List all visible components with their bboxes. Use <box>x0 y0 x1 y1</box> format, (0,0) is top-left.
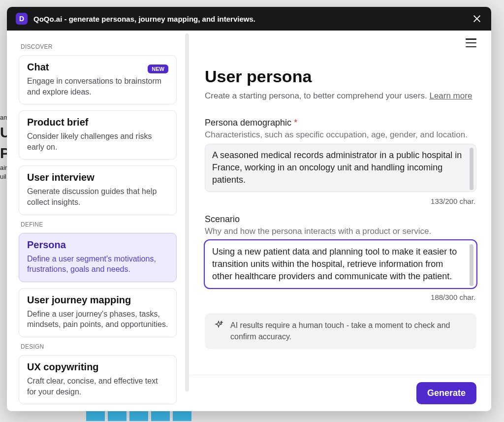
scenario-char-counter: 188/300 char. <box>205 293 475 301</box>
section-label-design: DESIGN <box>21 343 175 350</box>
subtitle-text: Create a starting persona, to better com… <box>205 91 429 100</box>
textarea-scrollbar[interactable] <box>470 244 473 287</box>
sidebar-item-ux-copywriting[interactable]: UX copywriting Craft clear, concise, and… <box>19 355 177 404</box>
learn-more-link[interactable]: Learn more <box>429 91 472 100</box>
page-subtitle: Create a starting persona, to better com… <box>205 91 476 101</box>
sidebar-item-desc: Engage in conversations to brainstorm an… <box>27 76 168 97</box>
sidebar-item-desc: Define a user segment's motivations, fru… <box>27 254 168 275</box>
notice-text: AI results require a human touch - take … <box>230 320 468 342</box>
generate-button[interactable]: Generate <box>416 382 476 404</box>
scenario-label: Scenario <box>205 214 476 225</box>
new-badge: NEW <box>148 65 168 73</box>
demographic-input[interactable] <box>205 144 476 192</box>
hamburger-icon[interactable] <box>466 38 476 47</box>
sidebar-item-title: User interview <box>27 172 168 183</box>
sidebar-item-chat[interactable]: Chat NEW Engage in conversations to brai… <box>19 55 177 104</box>
sidebar-item-title: Product brief <box>27 117 168 128</box>
sidebar-item-title: Persona <box>27 239 168 251</box>
main-pane: User persona Create a starting persona, … <box>190 31 491 411</box>
modal-title: QoQo.ai - generate personas, journey map… <box>33 15 466 23</box>
demographic-help: Characteristics, such as specific occupa… <box>205 130 476 140</box>
close-icon[interactable] <box>472 13 482 24</box>
page-title: User persona <box>205 67 476 86</box>
footer-bar: Generate <box>190 375 491 411</box>
ai-notice: AI results require a human touch - take … <box>205 313 476 349</box>
sidebar-item-title: UX copywriting <box>27 361 168 373</box>
modal-body: DISCOVER Chat NEW Engage in conversation… <box>7 31 491 411</box>
textarea-scrollbar[interactable] <box>470 148 473 190</box>
sparkle-icon <box>214 320 223 330</box>
sidebar-item-product-brief[interactable]: Product brief Consider likely challenges… <box>19 110 177 160</box>
pane-divider-scroll[interactable] <box>184 31 190 411</box>
sidebar-item-title: Chat <box>27 62 49 73</box>
sidebar-item-desc: Define a user journey's phases, tasks, m… <box>27 309 168 330</box>
sidebar-item-persona[interactable]: Persona Define a user segment's motivati… <box>19 233 177 282</box>
required-asterisk: * <box>294 118 297 128</box>
section-label-discover: DISCOVER <box>21 43 175 50</box>
sidebar-item-desc: Consider likely challenges and risks ear… <box>27 131 168 152</box>
sidebar-item-user-interview[interactable]: User interview Generate discussion guide… <box>19 165 177 215</box>
scenario-help: Why and how the persona interacts with a… <box>205 227 476 236</box>
sidebar-item-title: User journey mapping <box>27 294 168 306</box>
demographic-label: Persona demographic * <box>205 118 476 128</box>
sidebar-item-desc: Craft clear, concise, and effective text… <box>27 376 168 397</box>
scenario-input[interactable] <box>205 240 476 289</box>
sidebar-item-desc: Generate discussion guides that help col… <box>27 186 168 207</box>
modal-header: D QoQo.ai - generate personas, journey m… <box>7 7 491 31</box>
section-label-define: DEFINE <box>21 221 175 228</box>
sidebar: DISCOVER Chat NEW Engage in conversation… <box>7 31 184 411</box>
app-modal: D QoQo.ai - generate personas, journey m… <box>7 7 491 411</box>
app-logo: D <box>16 13 28 25</box>
form-content: User persona Create a starting persona, … <box>190 47 491 375</box>
label-text: Persona demographic <box>205 118 291 128</box>
background-peek: amUPairuil <box>0 113 7 182</box>
sidebar-item-journey-mapping[interactable]: User journey mapping Define a user journ… <box>19 288 177 337</box>
demographic-char-counter: 133/200 char. <box>205 197 475 205</box>
